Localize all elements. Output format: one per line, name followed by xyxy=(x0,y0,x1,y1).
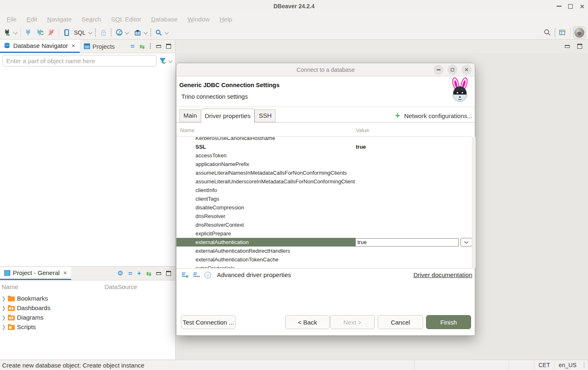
menu-navigate: Navigate xyxy=(43,14,76,24)
driver-documentation-link[interactable]: Driver documentation xyxy=(413,271,472,278)
collapse-all-icon[interactable]: = xyxy=(130,43,134,50)
toolbar-search-dropdown-icon[interactable] xyxy=(165,31,169,34)
column-header-name[interactable]: Name xyxy=(180,127,195,133)
toolbar-search-icon[interactable] xyxy=(154,28,164,38)
column-header-value[interactable]: Value xyxy=(356,127,369,133)
property-name: clientInfo xyxy=(176,187,355,193)
cancel-button[interactable]: Cancel xyxy=(378,315,423,329)
panel-minimize-icon[interactable] xyxy=(156,45,161,48)
property-row-assumeLiteralUnderscoreInMetadataCallsForNonConformingClients[interactable]: assumeLiteralUnderscoreInMetadataCallsFo… xyxy=(176,177,472,186)
tree-item-scripts[interactable]: ❯Scripts xyxy=(0,322,175,332)
test-connection-button[interactable]: Test Connection ... xyxy=(181,315,236,329)
dialog-minimize-button[interactable] xyxy=(433,65,443,75)
tab-label: Projects xyxy=(93,43,115,50)
new-connection-icon[interactable] xyxy=(2,28,12,38)
property-row-dnsResolverContext[interactable]: dnsResolverContext xyxy=(176,221,472,229)
expand-chevron-icon[interactable]: ❯ xyxy=(2,324,6,330)
property-row-SSL[interactable]: SSLtrue xyxy=(176,142,472,151)
property-value-input[interactable] xyxy=(355,238,459,247)
quick-search-icon[interactable] xyxy=(542,28,552,38)
property-row-disableCompression[interactable]: disableCompression xyxy=(176,203,472,212)
menu-edit: Edit xyxy=(22,14,41,24)
back-button[interactable]: < Back xyxy=(285,315,330,329)
driver-manager-icon[interactable] xyxy=(133,28,143,38)
property-row-externalAuthentication[interactable]: externalAuthentication xyxy=(176,238,472,247)
link-with-editor-icon[interactable]: ⇆ xyxy=(139,43,145,50)
tab-close-icon[interactable]: ✕ xyxy=(71,43,76,49)
object-filter-input[interactable] xyxy=(2,55,157,66)
sql-editor-icon[interactable] xyxy=(62,28,71,38)
maximize-icon[interactable] xyxy=(568,4,573,9)
driver-manager-dropdown-icon[interactable] xyxy=(144,31,148,34)
tab-projects[interactable]: Projects xyxy=(80,40,119,53)
add-property-icon[interactable] xyxy=(181,272,189,278)
view-menu-icon[interactable] xyxy=(150,43,151,50)
settings-gear-icon[interactable]: ⚙ xyxy=(117,270,123,277)
disconnect-icon[interactable] xyxy=(46,28,56,38)
property-row-accessToken[interactable]: accessToken xyxy=(176,151,472,160)
sql-editor-label[interactable]: SQL xyxy=(74,29,86,36)
new-connection-dropdown-icon[interactable] xyxy=(14,31,18,34)
menubar: FileEditNavigateSearchSQL EditorDatabase… xyxy=(0,12,588,26)
status-timezone[interactable]: CET xyxy=(534,360,554,370)
expand-chevron-icon[interactable]: ❯ xyxy=(2,305,6,311)
dialog-close-button[interactable]: ✕ xyxy=(462,65,471,75)
tab-project-general[interactable]: Project - General ✕ xyxy=(0,267,71,280)
property-row-externalAuthenticationTokenCache[interactable]: externalAuthenticationTokenCache xyxy=(176,255,472,264)
property-row-externalAuthenticationRedirectHandlers[interactable]: externalAuthenticationRedirectHandlers xyxy=(176,247,472,255)
property-row-extraCredentials[interactable]: extraCredentials xyxy=(176,264,472,268)
expand-chevron-icon[interactable]: ❯ xyxy=(2,296,6,301)
dialog-maximize-button[interactable] xyxy=(448,65,457,75)
property-row-clientTags[interactable]: clientTags xyxy=(176,194,472,203)
dashboard-gauge-icon[interactable] xyxy=(114,28,124,38)
network-configurations-button[interactable]: + Network configurations... xyxy=(395,111,475,122)
tree-item-diagrams[interactable]: ❯Diagrams xyxy=(0,313,175,322)
tab-database-navigator[interactable]: Database Navigator ✕ xyxy=(0,40,80,53)
chevron-down-icon xyxy=(464,241,469,244)
sql-editor-dropdown-icon[interactable] xyxy=(89,31,93,34)
tab-driver-properties[interactable]: Driver properties xyxy=(201,109,255,123)
minimize-icon[interactable] xyxy=(557,6,562,7)
editor-minimize-icon[interactable] xyxy=(565,45,570,48)
vertical-scrollbar[interactable] xyxy=(472,137,476,268)
column-name[interactable]: Name xyxy=(0,283,105,290)
dashboard-dropdown-icon[interactable] xyxy=(126,31,129,34)
property-row-dnsResolver[interactable]: dnsResolver xyxy=(176,212,472,221)
property-row-clientInfo[interactable]: clientInfo xyxy=(176,186,472,194)
filter-icon[interactable] xyxy=(159,57,167,64)
expand-chevron-icon[interactable]: ❯ xyxy=(2,315,6,320)
close-icon[interactable]: ✕ xyxy=(579,3,585,9)
properties-grid: KerberosUseCanonicalHostnameSSLtrueacces… xyxy=(176,137,472,268)
property-row-KerberosUseCanonicalHostname[interactable]: KerberosUseCanonicalHostname xyxy=(176,137,472,142)
link-with-editor-icon[interactable]: ⇆ xyxy=(146,270,151,277)
column-datasource[interactable]: DataSource xyxy=(105,283,137,290)
scripts-folder-icon xyxy=(8,324,15,330)
tree-item-dashboards[interactable]: ❯Dashboards xyxy=(0,303,175,313)
perspective-icon[interactable] xyxy=(558,28,568,38)
tab-close-icon[interactable]: ✕ xyxy=(63,270,67,276)
project-tree: ❯★Bookmarks❯Dashboards❯Diagrams❯Scripts xyxy=(0,293,175,332)
property-row-assumeLiteralNamesInMetadataCallsForNonConformingClients[interactable]: assumeLiteralNamesInMetadataCallsForNonC… xyxy=(176,168,472,177)
tree-item-bookmarks[interactable]: ❯★Bookmarks xyxy=(0,294,175,303)
filter-dropdown-icon[interactable] xyxy=(169,59,173,63)
remove-property-icon[interactable] xyxy=(193,272,200,278)
panel-maximize-icon[interactable] xyxy=(166,271,171,276)
property-row-explicitPrepare[interactable]: explicitPrepare xyxy=(176,229,472,238)
expand-all-icon[interactable]: + xyxy=(137,270,141,277)
editor-maximize-icon[interactable] xyxy=(577,44,582,49)
status-locale[interactable]: en_US xyxy=(554,360,581,370)
property-name: explicitPrepare xyxy=(176,230,355,237)
tab-ssh[interactable]: SSH xyxy=(255,109,276,122)
tab-main[interactable]: Main xyxy=(179,109,201,122)
value-dropdown-button[interactable] xyxy=(460,238,472,247)
connect-icon[interactable] xyxy=(23,28,33,38)
panel-maximize-icon[interactable] xyxy=(166,44,171,49)
panel-minimize-icon[interactable] xyxy=(156,272,161,275)
reconnect-icon[interactable] xyxy=(35,28,45,38)
dialog-subheading: Trino connection settings xyxy=(181,93,248,100)
finish-button[interactable]: Finish xyxy=(426,315,471,329)
dialog-titlebar[interactable]: Connect to a database ✕ xyxy=(176,63,475,76)
property-row-applicationNamePrefix[interactable]: applicationNamePrefix xyxy=(176,160,472,168)
collapse-all-icon[interactable]: = xyxy=(128,270,132,277)
dbeaver-logo-button[interactable] xyxy=(573,26,586,39)
